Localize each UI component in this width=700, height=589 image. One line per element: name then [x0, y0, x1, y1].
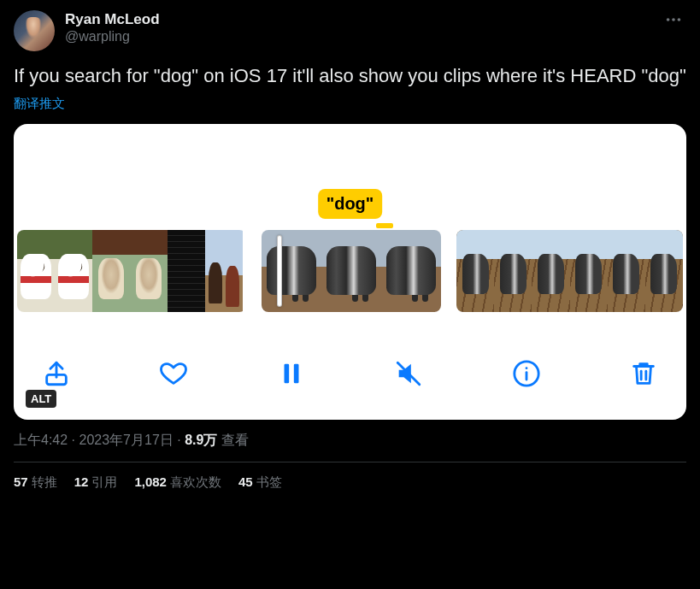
video-timeline: [14, 230, 686, 312]
views-count: 8.9万: [185, 433, 217, 447]
quotes-stat[interactable]: 12引用: [74, 474, 118, 491]
engagement-stats: 57转推 12引用 1,082喜欢次数 45书签: [14, 462, 686, 491]
clip-group-3[interactable]: [456, 230, 683, 312]
tweet-date[interactable]: 2023年7月17日: [79, 433, 173, 447]
alt-text-badge[interactable]: ALT: [26, 390, 56, 408]
share-icon: [42, 359, 71, 388]
mute-button[interactable]: [390, 355, 427, 392]
tweet-meta: 上午4:42 · 2023年7月17日 · 8.9万 查看: [14, 432, 686, 450]
author-handle: @warpling: [65, 28, 160, 45]
clip-group-1[interactable]: [17, 230, 246, 312]
svg-point-1: [672, 18, 675, 21]
more-options-button[interactable]: [661, 10, 686, 33]
views-label: 查看: [217, 433, 248, 447]
pause-button[interactable]: [273, 355, 310, 392]
clip-frame: [321, 230, 381, 312]
clip-frame: [168, 230, 205, 312]
clip-frame: [55, 230, 92, 312]
media-toolbar: [14, 343, 686, 404]
clip-frame: [205, 230, 243, 312]
svg-rect-4: [284, 363, 289, 383]
svg-point-2: [678, 18, 681, 21]
delete-button[interactable]: [625, 355, 662, 392]
share-button[interactable]: [38, 355, 75, 392]
svg-point-9: [525, 367, 527, 369]
tweet-container: Ryan McLeod @warpling If you search for …: [0, 0, 700, 491]
clip-frame: [381, 230, 441, 312]
clip-frame: [262, 230, 321, 312]
clip-frame: [532, 230, 569, 312]
clip-group-2[interactable]: [262, 230, 441, 312]
search-tag: "dog": [318, 189, 383, 219]
clip-frame: [608, 230, 645, 312]
trash-icon: [629, 359, 658, 388]
clip-frame: [645, 230, 683, 312]
like-button[interactable]: [155, 355, 192, 392]
retweets-stat[interactable]: 57转推: [14, 474, 57, 491]
clip-frame: [456, 230, 494, 312]
avatar[interactable]: [14, 10, 55, 51]
info-icon: [512, 359, 541, 388]
pause-icon: [277, 359, 306, 388]
clip-frame: [494, 230, 532, 312]
more-icon: [664, 10, 683, 29]
author-display-name: Ryan McLeod: [65, 10, 160, 28]
svg-point-0: [667, 18, 670, 21]
tweet-time[interactable]: 上午4:42: [14, 433, 68, 447]
clip-frame: [92, 230, 130, 312]
clip-frame: [17, 230, 55, 312]
info-button[interactable]: [508, 355, 545, 392]
clip-frame: [130, 230, 168, 312]
timeline-match-marker: [376, 223, 393, 228]
svg-rect-5: [294, 363, 299, 383]
author-names[interactable]: Ryan McLeod @warpling: [65, 10, 160, 45]
speaker-muted-icon: [394, 359, 423, 388]
media-attachment[interactable]: "dog": [14, 124, 686, 420]
tweet-text: If you search for "dog" on iOS 17 it'll …: [14, 63, 686, 89]
translate-link[interactable]: 翻译推文: [14, 96, 686, 112]
heart-icon: [159, 359, 188, 388]
bookmarks-stat[interactable]: 45书签: [238, 474, 282, 491]
tweet-header: Ryan McLeod @warpling: [14, 10, 686, 51]
likes-stat[interactable]: 1,082喜欢次数: [134, 474, 221, 491]
clip-frame: [570, 230, 608, 312]
